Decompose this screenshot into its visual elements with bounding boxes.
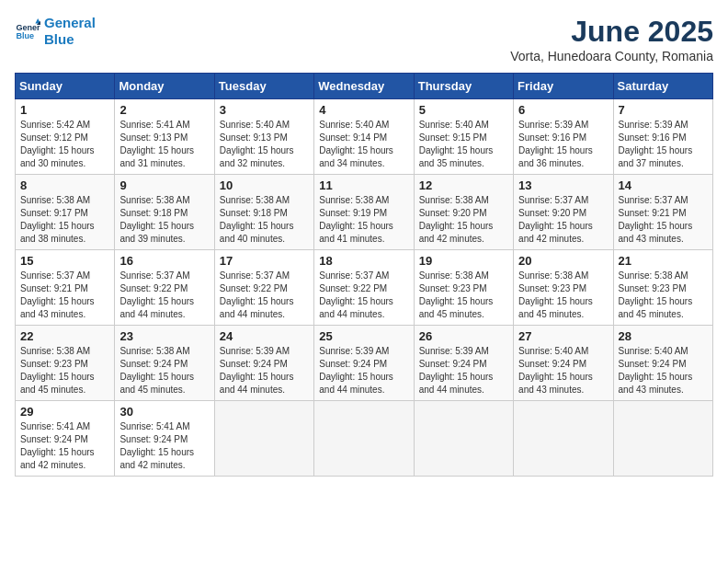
day-cell: 24Sunrise: 5:39 AMSunset: 9:24 PMDayligh…	[214, 326, 313, 401]
svg-text:General: General	[16, 23, 40, 32]
col-header-sunday: Sunday	[16, 74, 115, 99]
calendar-week-row: 8Sunrise: 5:38 AMSunset: 9:17 PMDaylight…	[16, 175, 713, 250]
day-number: 24	[220, 329, 309, 343]
col-header-thursday: Thursday	[414, 74, 513, 99]
day-number: 20	[518, 254, 608, 268]
calendar-week-row: 22Sunrise: 5:38 AMSunset: 9:23 PMDayligh…	[16, 326, 713, 401]
day-info: Sunrise: 5:37 AMSunset: 9:20 PMDaylight:…	[518, 194, 608, 246]
day-cell: 2Sunrise: 5:41 AMSunset: 9:13 PMDaylight…	[115, 99, 214, 175]
day-info: Sunrise: 5:38 AMSunset: 9:18 PMDaylight:…	[220, 194, 309, 246]
day-info: Sunrise: 5:39 AMSunset: 9:24 PMDaylight:…	[220, 345, 309, 396]
day-cell: 3Sunrise: 5:40 AMSunset: 9:13 PMDaylight…	[214, 99, 313, 175]
page-subtitle: Vorta, Hunedoara County, Romania	[510, 49, 713, 63]
col-header-wednesday: Wednesday	[314, 74, 414, 99]
day-number: 12	[419, 178, 508, 192]
day-info: Sunrise: 5:40 AMSunset: 9:13 PMDaylight:…	[220, 119, 309, 170]
day-number: 22	[20, 329, 109, 343]
day-number: 26	[419, 329, 508, 343]
logo-text: General Blue	[44, 15, 96, 48]
day-number: 14	[619, 178, 708, 192]
day-number: 21	[619, 254, 708, 268]
day-number: 10	[220, 178, 309, 192]
col-header-monday: Monday	[115, 74, 214, 99]
day-info: Sunrise: 5:38 AMSunset: 9:24 PMDaylight:…	[119, 345, 209, 396]
day-number: 30	[119, 405, 209, 419]
day-info: Sunrise: 5:38 AMSunset: 9:23 PMDaylight:…	[518, 270, 608, 321]
day-info: Sunrise: 5:38 AMSunset: 9:17 PMDaylight:…	[20, 194, 109, 246]
day-cell: 22Sunrise: 5:38 AMSunset: 9:23 PMDayligh…	[16, 326, 115, 401]
day-number: 29	[20, 405, 109, 419]
day-cell: 5Sunrise: 5:40 AMSunset: 9:15 PMDaylight…	[414, 99, 513, 175]
day-number: 16	[119, 254, 209, 268]
day-cell: 23Sunrise: 5:38 AMSunset: 9:24 PMDayligh…	[115, 326, 214, 401]
day-info: Sunrise: 5:37 AMSunset: 9:21 PMDaylight:…	[619, 194, 708, 246]
day-number: 15	[20, 254, 109, 268]
day-number: 17	[220, 254, 309, 268]
day-info: Sunrise: 5:40 AMSunset: 9:24 PMDaylight:…	[619, 345, 708, 396]
empty-cell	[314, 401, 414, 477]
calendar-week-row: 15Sunrise: 5:37 AMSunset: 9:21 PMDayligh…	[16, 250, 713, 326]
day-number: 11	[319, 178, 408, 192]
empty-cell	[613, 401, 712, 477]
logo: General Blue General Blue	[15, 15, 96, 48]
day-number: 27	[518, 329, 608, 343]
col-header-friday: Friday	[514, 74, 613, 99]
day-cell: 15Sunrise: 5:37 AMSunset: 9:21 PMDayligh…	[16, 250, 115, 326]
title-area: June 2025 Vorta, Hunedoara County, Roman…	[510, 15, 713, 63]
page-title: June 2025	[510, 15, 713, 49]
col-header-tuesday: Tuesday	[214, 74, 313, 99]
day-info: Sunrise: 5:38 AMSunset: 9:18 PMDaylight:…	[119, 194, 209, 246]
day-info: Sunrise: 5:39 AMSunset: 9:24 PMDaylight:…	[419, 345, 508, 396]
day-cell: 18Sunrise: 5:37 AMSunset: 9:22 PMDayligh…	[314, 250, 414, 326]
day-info: Sunrise: 5:39 AMSunset: 9:16 PMDaylight:…	[619, 119, 708, 170]
day-info: Sunrise: 5:38 AMSunset: 9:23 PMDaylight:…	[419, 270, 508, 321]
day-cell: 7Sunrise: 5:39 AMSunset: 9:16 PMDaylight…	[613, 99, 712, 175]
day-number: 5	[419, 103, 508, 117]
day-number: 3	[220, 103, 309, 117]
day-cell: 13Sunrise: 5:37 AMSunset: 9:20 PMDayligh…	[514, 175, 613, 250]
empty-cell	[414, 401, 513, 477]
day-number: 13	[518, 178, 608, 192]
day-info: Sunrise: 5:38 AMSunset: 9:23 PMDaylight:…	[619, 270, 708, 321]
day-number: 18	[319, 254, 408, 268]
day-info: Sunrise: 5:37 AMSunset: 9:22 PMDaylight:…	[319, 270, 408, 321]
day-cell: 17Sunrise: 5:37 AMSunset: 9:22 PMDayligh…	[214, 250, 313, 326]
day-info: Sunrise: 5:40 AMSunset: 9:14 PMDaylight:…	[319, 119, 408, 170]
day-cell: 11Sunrise: 5:38 AMSunset: 9:19 PMDayligh…	[314, 175, 414, 250]
day-cell: 30Sunrise: 5:41 AMSunset: 9:24 PMDayligh…	[115, 401, 214, 477]
header-row: SundayMondayTuesdayWednesdayThursdayFrid…	[16, 74, 713, 99]
col-header-saturday: Saturday	[613, 74, 712, 99]
day-cell: 16Sunrise: 5:37 AMSunset: 9:22 PMDayligh…	[115, 250, 214, 326]
day-info: Sunrise: 5:41 AMSunset: 9:13 PMDaylight:…	[119, 119, 209, 170]
day-info: Sunrise: 5:38 AMSunset: 9:19 PMDaylight:…	[319, 194, 408, 246]
day-number: 28	[619, 329, 708, 343]
day-cell: 6Sunrise: 5:39 AMSunset: 9:16 PMDaylight…	[514, 99, 613, 175]
day-info: Sunrise: 5:38 AMSunset: 9:20 PMDaylight:…	[419, 194, 508, 246]
empty-cell	[514, 401, 613, 477]
day-number: 7	[619, 103, 708, 117]
day-cell: 25Sunrise: 5:39 AMSunset: 9:24 PMDayligh…	[314, 326, 414, 401]
day-cell: 9Sunrise: 5:38 AMSunset: 9:18 PMDaylight…	[115, 175, 214, 250]
day-cell: 28Sunrise: 5:40 AMSunset: 9:24 PMDayligh…	[613, 326, 712, 401]
calendar-week-row: 29Sunrise: 5:41 AMSunset: 9:24 PMDayligh…	[16, 401, 713, 477]
day-info: Sunrise: 5:39 AMSunset: 9:16 PMDaylight:…	[518, 119, 608, 170]
day-info: Sunrise: 5:37 AMSunset: 9:21 PMDaylight:…	[20, 270, 109, 321]
day-number: 9	[119, 178, 209, 192]
logo-icon: General Blue	[15, 18, 40, 44]
day-cell: 26Sunrise: 5:39 AMSunset: 9:24 PMDayligh…	[414, 326, 513, 401]
day-cell: 27Sunrise: 5:40 AMSunset: 9:24 PMDayligh…	[514, 326, 613, 401]
day-info: Sunrise: 5:39 AMSunset: 9:24 PMDaylight:…	[319, 345, 408, 396]
day-number: 1	[20, 103, 109, 117]
day-cell: 29Sunrise: 5:41 AMSunset: 9:24 PMDayligh…	[16, 401, 115, 477]
day-cell: 1Sunrise: 5:42 AMSunset: 9:12 PMDaylight…	[16, 99, 115, 175]
empty-cell	[214, 401, 313, 477]
day-info: Sunrise: 5:41 AMSunset: 9:24 PMDaylight:…	[119, 420, 209, 472]
day-number: 4	[319, 103, 408, 117]
day-cell: 14Sunrise: 5:37 AMSunset: 9:21 PMDayligh…	[613, 175, 712, 250]
day-number: 19	[419, 254, 508, 268]
day-cell: 4Sunrise: 5:40 AMSunset: 9:14 PMDaylight…	[314, 99, 414, 175]
day-info: Sunrise: 5:41 AMSunset: 9:24 PMDaylight:…	[20, 420, 109, 472]
day-number: 23	[119, 329, 209, 343]
header: General Blue General Blue June 2025 Vort…	[15, 15, 713, 63]
day-number: 6	[518, 103, 608, 117]
